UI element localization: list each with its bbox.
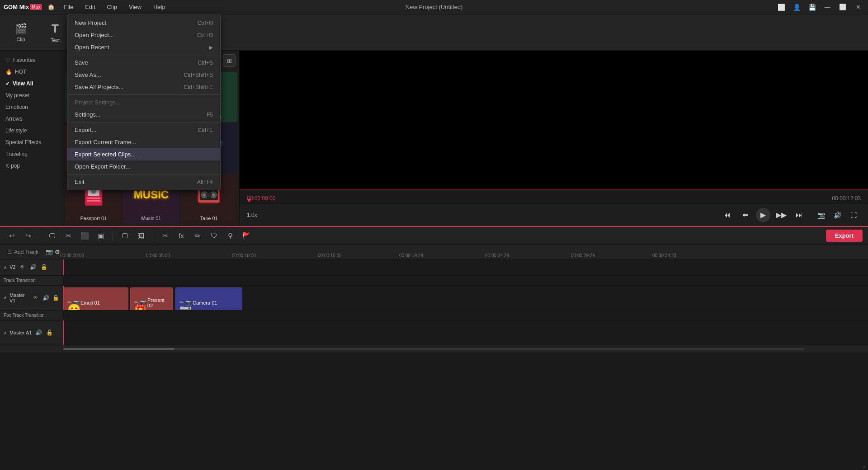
sidebar-item-arrows[interactable]: Arrows bbox=[0, 113, 63, 125]
home-icon[interactable]: 🏠 bbox=[47, 4, 55, 10]
menu-new-project[interactable]: New Project Ctrl+N bbox=[67, 17, 220, 29]
menu-clip[interactable]: Clip bbox=[102, 2, 123, 12]
menu-project-settings: Project Settings... bbox=[67, 96, 220, 108]
undo-button[interactable]: ↩ bbox=[5, 230, 18, 242]
trim-button[interactable]: ▣ bbox=[94, 230, 107, 242]
menu-export-frame[interactable]: Export Current Frame... bbox=[67, 136, 220, 148]
sidebar-item-kpop[interactable]: K-pop bbox=[0, 160, 63, 172]
insert-video-button[interactable]: 🖵 bbox=[46, 230, 58, 242]
menu-save-as[interactable]: Save As... Ctrl+Shift+S bbox=[67, 69, 220, 81]
menu-save-all[interactable]: Save All Projects... Ctrl+Shift+E bbox=[67, 81, 220, 93]
svg-rect-24 bbox=[87, 200, 100, 202]
track-v2: ∧ V2 👁 🔊 🔓 ↔ bbox=[0, 259, 868, 276]
track-masterv1-audio[interactable]: 🔊 bbox=[42, 294, 49, 302]
menu-file[interactable]: File bbox=[58, 2, 79, 12]
track-masterv1-visibility[interactable]: 👁 bbox=[32, 294, 39, 302]
menu-exit[interactable]: Exit Alt+F4 bbox=[67, 176, 220, 188]
sidebar-item-emoticon[interactable]: Emoticon bbox=[0, 101, 63, 113]
track-v2-collapse[interactable]: ∧ bbox=[4, 265, 7, 270]
left-sidebar: ♡ Favorites 🔥 HOT ✓ View All My preset E… bbox=[0, 51, 63, 226]
menu-edit[interactable]: Edit bbox=[80, 2, 100, 12]
masterv1-playhead bbox=[63, 286, 64, 310]
window-title: New Project (Untitled) bbox=[406, 4, 462, 10]
play-button[interactable]: ▶ bbox=[756, 208, 770, 222]
clip-camera01[interactable]: ✏ 📷 Camera 01 📷 bbox=[175, 287, 242, 310]
go-end-button[interactable]: ⏭ bbox=[792, 208, 807, 222]
menu-icon: ☰ bbox=[7, 249, 12, 255]
effect-button[interactable]: fx bbox=[175, 230, 188, 242]
clip-present02[interactable]: ✏ 📷 Present 02 🎁 bbox=[130, 287, 173, 310]
cut-button[interactable]: ✂ bbox=[159, 230, 171, 242]
sidebar-specialeffects-label: Special Effects bbox=[5, 139, 41, 146]
track-v2-visibility[interactable]: 👁 bbox=[18, 263, 26, 271]
menu-sep1 bbox=[67, 55, 220, 55]
shield-button[interactable]: 🛡 bbox=[208, 230, 220, 242]
screenshot-button[interactable]: 📷 bbox=[814, 208, 828, 222]
sidebar-item-traveling[interactable]: Traveling bbox=[0, 148, 63, 160]
menu-export-selected[interactable]: Export Selected Clips... bbox=[67, 148, 220, 160]
flag-button[interactable]: 🚩 bbox=[240, 230, 253, 242]
menu-open-project[interactable]: Open Project... Ctrl+O bbox=[67, 29, 220, 41]
prev-frame-button[interactable]: ⬅ bbox=[738, 208, 752, 222]
zoom-level: 1.0x bbox=[247, 212, 257, 218]
sidebar-item-hot[interactable]: 🔥 HOT bbox=[0, 66, 63, 78]
menu-open-export-folder[interactable]: Open Export Folder... bbox=[67, 160, 220, 173]
pen-button[interactable]: ✏ bbox=[191, 230, 204, 242]
save-as-label: Save As... bbox=[75, 71, 101, 78]
overlay-btn[interactable]: 🖵 bbox=[118, 230, 131, 242]
sidebar-item-lifestyle[interactable]: Life style bbox=[0, 125, 63, 136]
audio-button[interactable]: 🔊 bbox=[830, 208, 844, 222]
minimize-button[interactable]: — bbox=[821, 1, 834, 14]
split-button[interactable]: ✂ bbox=[62, 230, 75, 242]
ruler-mark-10: 00:00:10:00 bbox=[232, 253, 256, 258]
save-label: Save bbox=[75, 59, 88, 66]
track-transition-label: Track Transition bbox=[0, 276, 63, 285]
account-icon[interactable]: 👤 bbox=[790, 1, 803, 14]
fullscreen-button[interactable]: ⛶ bbox=[846, 208, 861, 222]
track-v2-lock[interactable]: 🔓 bbox=[40, 263, 48, 271]
track-mastera1-audio[interactable]: 🔊 bbox=[35, 329, 43, 337]
crop-button[interactable]: ⬛ bbox=[78, 230, 91, 242]
export-button[interactable]: Export bbox=[826, 230, 863, 242]
menu-settings[interactable]: Settings... F5 bbox=[67, 108, 220, 121]
track-mastera1-collapse[interactable]: ∧ bbox=[4, 330, 7, 335]
present02-thumb: 🎁 bbox=[134, 304, 146, 310]
add-track-button[interactable]: ☰ Add Track bbox=[4, 247, 42, 257]
emoji01-label: Emoji 01 bbox=[80, 300, 100, 306]
menu-help[interactable]: Help bbox=[148, 2, 171, 12]
tool-text[interactable]: T Text bbox=[42, 18, 69, 47]
sidebar-emoticon-label: Emoticon bbox=[5, 104, 28, 110]
track-settings-button[interactable]: ⚙ bbox=[55, 249, 60, 255]
snap-button[interactable]: 📷 bbox=[46, 249, 53, 255]
go-start-button[interactable]: ⏮ bbox=[720, 208, 734, 222]
track-mastera1-lock[interactable]: 🔓 bbox=[46, 329, 54, 337]
grid-view-button[interactable]: ⊞ bbox=[223, 54, 236, 67]
play-loop-button[interactable]: ▶▶ bbox=[774, 208, 788, 222]
passport01-name: Passport 01 bbox=[80, 216, 107, 221]
track-masterv1-lock[interactable]: 🔓 bbox=[52, 294, 59, 302]
menu-view[interactable]: View bbox=[123, 2, 147, 12]
menu-open-recent[interactable]: Open Recent ▶ bbox=[67, 41, 220, 53]
sidebar-item-specialeffects[interactable]: Special Effects bbox=[0, 136, 63, 148]
playhead-marker[interactable] bbox=[247, 199, 251, 203]
sidebar-item-favorites[interactable]: ♡ Favorites bbox=[0, 54, 63, 66]
save-all-label: Save All Projects... bbox=[75, 84, 123, 90]
menu-export[interactable]: Export... Ctrl+E bbox=[67, 124, 220, 136]
menu-save[interactable]: Save Ctrl+S bbox=[67, 56, 220, 69]
insert-img-button[interactable]: 🖼 bbox=[135, 230, 147, 242]
tool-clip[interactable]: 🎬 Clip bbox=[7, 18, 34, 47]
subtitle-icon[interactable]: ⬜ bbox=[775, 1, 788, 14]
maximize-button[interactable]: ⬜ bbox=[836, 1, 849, 14]
magnet-button[interactable]: ⚲ bbox=[224, 230, 236, 242]
track-v2-content bbox=[63, 259, 868, 275]
scrubber-track[interactable] bbox=[63, 348, 805, 350]
redo-button[interactable]: ↪ bbox=[22, 230, 34, 242]
save-icon[interactable]: 💾 bbox=[806, 1, 818, 14]
track-masterv1-collapse[interactable]: ∧ bbox=[4, 295, 7, 300]
clip-emoji01[interactable]: ✏ 📷 Emoji 01 😊 bbox=[63, 287, 128, 310]
menu-sep4 bbox=[67, 174, 220, 174]
sidebar-item-mypreset[interactable]: My preset bbox=[0, 89, 63, 101]
track-v2-audio[interactable]: 🔊 bbox=[29, 263, 37, 271]
close-button[interactable]: ✕ bbox=[852, 1, 864, 14]
sidebar-item-viewall[interactable]: ✓ View All bbox=[0, 78, 63, 89]
